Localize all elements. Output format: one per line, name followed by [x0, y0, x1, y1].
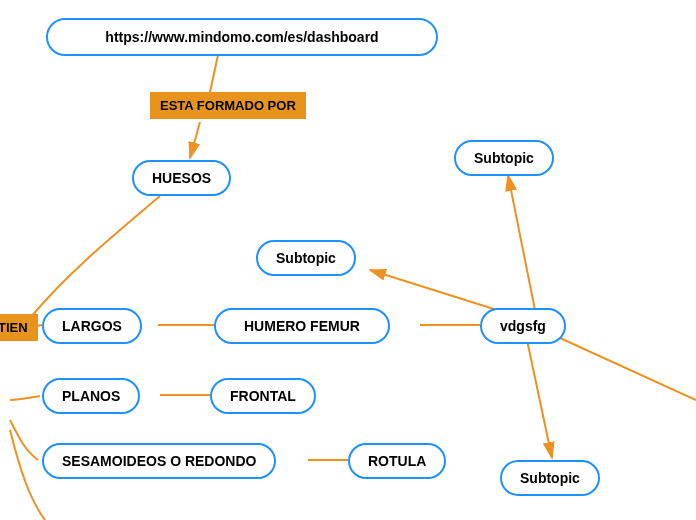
node-subtopic-mid[interactable]: Subtopic — [256, 240, 356, 276]
node-subtopic-bottom-text: Subtopic — [520, 470, 580, 486]
node-vdgsfg-text: vdgsfg — [500, 318, 546, 334]
edge-label-esta-formado-por: ESTA FORMADO POR — [150, 92, 306, 119]
node-largos[interactable]: LARGOS — [42, 308, 142, 344]
node-planos[interactable]: PLANOS — [42, 378, 140, 414]
node-subtopic-top-text: Subtopic — [474, 150, 534, 166]
node-sesamoideos[interactable]: SESAMOIDEOS O REDONDO — [42, 443, 276, 479]
node-planos-text: PLANOS — [62, 388, 120, 404]
node-subtopic-mid-text: Subtopic — [276, 250, 336, 266]
node-rotula[interactable]: ROTULA — [348, 443, 446, 479]
node-largos-text: LARGOS — [62, 318, 122, 334]
node-root-text: https://www.mindomo.com/es/dashboard — [105, 29, 378, 45]
node-humero-femur-text: HUMERO FEMUR — [244, 318, 360, 334]
edge-label-text: ESTA FORMADO POR — [160, 98, 296, 113]
node-huesos[interactable]: HUESOS — [132, 160, 231, 196]
node-subtopic-bottom[interactable]: Subtopic — [500, 460, 600, 496]
node-frontal-text: FRONTAL — [230, 388, 296, 404]
node-sesamoideos-text: SESAMOIDEOS O REDONDO — [62, 453, 256, 469]
node-vdgsfg[interactable]: vdgsfg — [480, 308, 566, 344]
node-rotula-text: ROTULA — [368, 453, 426, 469]
node-root[interactable]: https://www.mindomo.com/es/dashboard — [46, 18, 438, 56]
node-subtopic-top[interactable]: Subtopic — [454, 140, 554, 176]
node-humero-femur[interactable]: HUMERO FEMUR — [214, 308, 390, 344]
edge-label-tien: TIEN — [0, 314, 38, 341]
node-frontal[interactable]: FRONTAL — [210, 378, 316, 414]
node-huesos-text: HUESOS — [152, 170, 211, 186]
edge-label-tien-text: TIEN — [0, 320, 28, 335]
